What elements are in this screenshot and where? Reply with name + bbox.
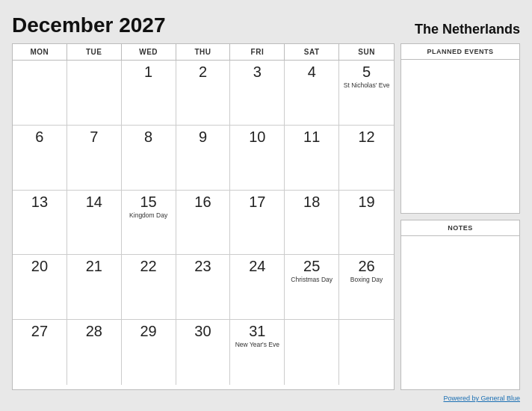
day-cell-inner: 16 [180, 194, 226, 210]
day-number: 15 [140, 194, 157, 210]
day-cell-inner: 25Christmas Day [288, 258, 335, 284]
notes-box: NOTES [400, 220, 520, 390]
month-title: December 2027 [12, 13, 165, 37]
day-cell-inner: 18 [288, 194, 335, 210]
day-number: 20 [31, 258, 48, 274]
day-header-wed: WED [122, 44, 176, 60]
calendar-grid: 12345St Nicholas' Eve6789101112131415Kin… [13, 61, 394, 385]
day-header-fri: FRI [230, 44, 285, 60]
day-cell-inner: 5St Nicholas' Eve [343, 64, 390, 90]
day-number: 10 [249, 129, 265, 145]
day-cell-inner: 19 [343, 194, 390, 210]
day-cell: 3 [230, 61, 285, 126]
day-cell: 22 [122, 255, 176, 320]
day-cell: 25Christmas Day [285, 255, 339, 320]
planned-events-box: PLANNED EVENTS [400, 43, 520, 214]
header-row: December 2027 The Netherlands [12, 13, 520, 37]
day-number: 18 [303, 194, 320, 210]
notes-content [401, 236, 519, 281]
day-cell: 12 [339, 126, 394, 191]
day-header-mon: MON [13, 44, 67, 60]
day-number: 25 [303, 258, 320, 274]
day-cell: 21 [67, 255, 122, 320]
page: December 2027 The Netherlands MON TUE WE… [0, 0, 532, 411]
day-number: 12 [358, 129, 374, 145]
event-label: Kingdom Day [129, 211, 167, 220]
day-cell: 29 [122, 320, 176, 385]
day-number: 31 [249, 323, 265, 339]
day-header-tue: TUE [67, 44, 122, 60]
day-cell: 20 [13, 255, 67, 320]
calendar-header: MON TUE WED THU FRI SAT SUN [13, 44, 394, 61]
day-cell-inner: 30 [180, 323, 226, 339]
day-number: 3 [253, 64, 262, 80]
event-label: St Nicholas' Eve [344, 81, 390, 90]
day-cell-inner: 13 [16, 194, 63, 210]
day-number: 11 [303, 129, 320, 145]
day-cell [67, 61, 122, 126]
day-header-thu: THU [176, 44, 231, 60]
country-title: The Netherlands [415, 22, 520, 37]
footer: Powered by General Blue [12, 395, 520, 402]
day-cell: 2 [176, 61, 231, 126]
planned-events-title: PLANNED EVENTS [401, 44, 519, 60]
day-cell-inner: 8 [126, 129, 172, 145]
day-cell [13, 61, 67, 126]
day-number: 21 [86, 258, 102, 274]
day-number: 8 [144, 129, 152, 145]
day-number: 17 [249, 194, 265, 210]
day-number: 6 [35, 129, 43, 145]
day-cell: 24 [230, 255, 285, 320]
day-cell-inner: 28 [71, 323, 117, 339]
day-cell: 28 [67, 320, 122, 385]
day-cell: 18 [285, 191, 339, 256]
day-number: 1 [144, 64, 152, 80]
powered-by-link[interactable]: Powered by General Blue [443, 395, 520, 402]
day-cell: 9 [176, 126, 231, 191]
day-number: 22 [140, 258, 157, 274]
day-number: 9 [199, 129, 207, 145]
day-cell: 7 [67, 126, 122, 191]
day-cell: 10 [230, 126, 285, 191]
day-cell-inner: 4 [288, 64, 335, 80]
day-cell [285, 320, 339, 385]
day-cell-inner: 12 [343, 129, 390, 145]
day-cell: 4 [285, 61, 339, 126]
main-content: MON TUE WED THU FRI SAT SUN 12345St Nich… [12, 43, 520, 390]
day-number: 16 [194, 194, 211, 210]
sidebar: PLANNED EVENTS NOTES [400, 43, 520, 390]
day-cell-inner: 21 [71, 258, 117, 274]
day-cell-inner: 1 [126, 64, 172, 80]
day-cell: 31New Year's Eve [230, 320, 285, 385]
day-number: 26 [358, 258, 374, 274]
day-number: 14 [86, 194, 102, 210]
day-number: 29 [140, 323, 157, 339]
day-number: 24 [249, 258, 265, 274]
day-cell-inner: 10 [234, 129, 280, 145]
day-cell: 15Kingdom Day [122, 191, 176, 256]
day-cell-inner: 27 [16, 323, 63, 339]
day-cell: 8 [122, 126, 176, 191]
day-cell-inner: 2 [180, 64, 226, 80]
day-cell: 13 [13, 191, 67, 256]
day-cell: 16 [176, 191, 231, 256]
day-number: 5 [362, 64, 371, 80]
day-cell: 17 [230, 191, 285, 256]
event-label: Boxing Day [350, 276, 383, 284]
event-label: Christmas Day [291, 276, 332, 284]
day-cell-inner: 22 [126, 258, 172, 274]
day-number: 30 [194, 323, 211, 339]
day-cell-inner: 17 [234, 194, 280, 210]
day-cell-inner: 6 [16, 129, 63, 145]
day-number: 7 [90, 129, 98, 145]
day-cell: 1 [122, 61, 176, 126]
day-header-sun: SUN [339, 44, 394, 60]
day-cell: 26Boxing Day [339, 255, 394, 320]
day-cell-inner: 11 [288, 129, 335, 145]
day-cell-inner: 7 [71, 129, 117, 145]
day-cell-inner: 31New Year's Eve [234, 323, 280, 349]
day-cell: 30 [176, 320, 231, 385]
day-number: 13 [31, 194, 48, 210]
day-number: 27 [31, 323, 48, 339]
notes-title: NOTES [401, 220, 519, 236]
